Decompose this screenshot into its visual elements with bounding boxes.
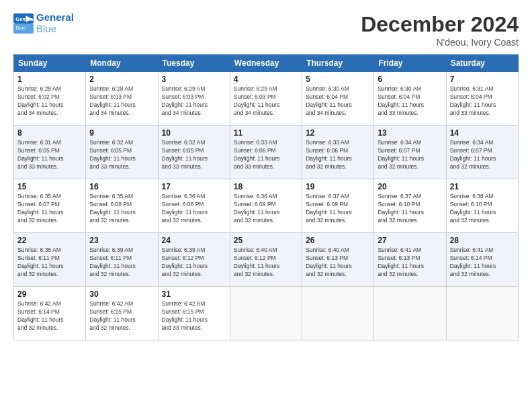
calendar-day-cell: 10Sunrise: 6:32 AMSunset: 6:05 PMDayligh…: [158, 126, 230, 179]
day-number: 21: [450, 182, 515, 191]
day-info: Sunrise: 6:42 AMSunset: 6:15 PMDaylight:…: [162, 300, 226, 332]
calendar-day-cell: [302, 287, 374, 340]
day-number: 9: [89, 128, 154, 138]
calendar-day-cell: 30Sunrise: 6:42 AMSunset: 6:15 PMDayligh…: [86, 287, 158, 340]
day-info: Sunrise: 6:42 AMSunset: 6:15 PMDaylight:…: [89, 300, 154, 332]
weekday-header-sunday: Sunday: [14, 55, 86, 72]
day-number: 14: [450, 128, 515, 138]
day-info: Sunrise: 6:30 AMSunset: 6:04 PMDaylight:…: [378, 85, 442, 118]
day-info: Sunrise: 6:36 AMSunset: 6:08 PMDaylight:…: [162, 193, 226, 225]
logo-icon: General Blue: [13, 13, 34, 34]
calendar-day-cell: 1Sunrise: 6:28 AMSunset: 6:02 PMDaylight…: [14, 72, 86, 126]
day-info: Sunrise: 6:37 AMSunset: 6:10 PMDaylight:…: [378, 193, 442, 225]
calendar-day-cell: 4Sunrise: 6:29 AMSunset: 6:03 PMDaylight…: [230, 72, 302, 126]
weekday-header-monday: Monday: [86, 55, 158, 72]
day-number: 26: [306, 236, 370, 245]
day-number: 17: [162, 182, 226, 191]
calendar-day-cell: 18Sunrise: 6:36 AMSunset: 6:09 PMDayligh…: [230, 179, 302, 233]
day-number: 31: [162, 289, 226, 299]
logo-general: General: [36, 12, 74, 24]
day-info: Sunrise: 6:35 AMSunset: 6:07 PMDaylight:…: [17, 193, 82, 225]
month-title: December 2024: [361, 12, 519, 37]
day-info: Sunrise: 6:34 AMSunset: 6:07 PMDaylight:…: [378, 139, 442, 171]
calendar-day-cell: 26Sunrise: 6:40 AMSunset: 6:13 PMDayligh…: [302, 233, 374, 287]
day-number: 11: [234, 128, 298, 138]
calendar-day-cell: 31Sunrise: 6:42 AMSunset: 6:15 PMDayligh…: [158, 287, 230, 340]
calendar-day-cell: 6Sunrise: 6:30 AMSunset: 6:04 PMDaylight…: [374, 72, 446, 126]
calendar-day-cell: [230, 287, 302, 340]
day-info: Sunrise: 6:30 AMSunset: 6:04 PMDaylight:…: [306, 85, 370, 118]
day-info: Sunrise: 6:37 AMSunset: 6:09 PMDaylight:…: [306, 193, 370, 225]
day-number: 3: [162, 75, 226, 84]
day-info: Sunrise: 6:31 AMSunset: 6:04 PMDaylight:…: [450, 85, 515, 118]
day-info: Sunrise: 6:35 AMSunset: 6:08 PMDaylight:…: [89, 193, 154, 225]
day-info: Sunrise: 6:31 AMSunset: 6:05 PMDaylight:…: [17, 139, 82, 171]
location-subtitle: N'deou, Ivory Coast: [361, 37, 519, 48]
page-header: General Blue General Blue December 2024 …: [13, 12, 519, 48]
calendar-week-1: 1Sunrise: 6:28 AMSunset: 6:02 PMDaylight…: [14, 72, 519, 126]
calendar-day-cell: [374, 287, 446, 340]
calendar-day-cell: 12Sunrise: 6:33 AMSunset: 6:06 PMDayligh…: [302, 126, 374, 179]
calendar-week-3: 15Sunrise: 6:35 AMSunset: 6:07 PMDayligh…: [14, 179, 519, 233]
day-number: 20: [378, 182, 442, 191]
day-number: 2: [89, 75, 154, 84]
day-info: Sunrise: 6:42 AMSunset: 6:14 PMDaylight:…: [17, 300, 82, 332]
calendar-header-row: SundayMondayTuesdayWednesdayThursdayFrid…: [14, 55, 519, 72]
calendar-day-cell: 17Sunrise: 6:36 AMSunset: 6:08 PMDayligh…: [158, 179, 230, 233]
day-number: 22: [17, 236, 82, 245]
day-number: 4: [234, 75, 298, 84]
day-number: 8: [17, 128, 82, 138]
weekday-header-friday: Friday: [374, 55, 446, 72]
calendar-week-4: 22Sunrise: 6:38 AMSunset: 6:11 PMDayligh…: [14, 233, 519, 287]
day-info: Sunrise: 6:29 AMSunset: 6:03 PMDaylight:…: [162, 85, 226, 118]
calendar-day-cell: 22Sunrise: 6:38 AMSunset: 6:11 PMDayligh…: [14, 233, 86, 287]
day-info: Sunrise: 6:33 AMSunset: 6:06 PMDaylight:…: [234, 139, 298, 171]
calendar-day-cell: 2Sunrise: 6:28 AMSunset: 6:03 PMDaylight…: [86, 72, 158, 126]
day-number: 16: [89, 182, 154, 191]
day-info: Sunrise: 6:39 AMSunset: 6:12 PMDaylight:…: [162, 246, 226, 279]
day-number: 6: [378, 75, 442, 84]
day-number: 1: [17, 75, 82, 84]
calendar-day-cell: 7Sunrise: 6:31 AMSunset: 6:04 PMDaylight…: [446, 72, 518, 126]
day-info: Sunrise: 6:41 AMSunset: 6:14 PMDaylight:…: [450, 246, 515, 279]
day-number: 25: [234, 236, 298, 245]
title-block: December 2024 N'deou, Ivory Coast: [361, 12, 519, 48]
calendar-day-cell: 29Sunrise: 6:42 AMSunset: 6:14 PMDayligh…: [14, 287, 86, 340]
day-info: Sunrise: 6:29 AMSunset: 6:03 PMDaylight:…: [234, 85, 298, 118]
day-number: 15: [17, 182, 82, 191]
day-info: Sunrise: 6:33 AMSunset: 6:06 PMDaylight:…: [306, 139, 370, 171]
calendar-day-cell: 14Sunrise: 6:34 AMSunset: 6:07 PMDayligh…: [446, 126, 518, 179]
day-info: Sunrise: 6:32 AMSunset: 6:05 PMDaylight:…: [89, 139, 154, 171]
day-info: Sunrise: 6:36 AMSunset: 6:09 PMDaylight:…: [234, 193, 298, 225]
weekday-header-wednesday: Wednesday: [230, 55, 302, 72]
day-info: Sunrise: 6:28 AMSunset: 6:03 PMDaylight:…: [89, 85, 154, 118]
day-info: Sunrise: 6:38 AMSunset: 6:11 PMDaylight:…: [17, 246, 82, 279]
day-number: 30: [89, 289, 154, 299]
day-info: Sunrise: 6:38 AMSunset: 6:10 PMDaylight:…: [450, 193, 515, 225]
day-number: 19: [306, 182, 370, 191]
day-number: 13: [378, 128, 442, 138]
calendar-day-cell: 13Sunrise: 6:34 AMSunset: 6:07 PMDayligh…: [374, 126, 446, 179]
calendar-day-cell: 9Sunrise: 6:32 AMSunset: 6:05 PMDaylight…: [86, 126, 158, 179]
day-info: Sunrise: 6:34 AMSunset: 6:07 PMDaylight:…: [450, 139, 515, 171]
day-info: Sunrise: 6:41 AMSunset: 6:13 PMDaylight:…: [378, 246, 442, 279]
day-number: 29: [17, 289, 82, 299]
calendar-day-cell: 20Sunrise: 6:37 AMSunset: 6:10 PMDayligh…: [374, 179, 446, 233]
calendar-day-cell: 21Sunrise: 6:38 AMSunset: 6:10 PMDayligh…: [446, 179, 518, 233]
calendar-day-cell: 27Sunrise: 6:41 AMSunset: 6:13 PMDayligh…: [374, 233, 446, 287]
calendar-day-cell: [446, 287, 518, 340]
day-info: Sunrise: 6:40 AMSunset: 6:12 PMDaylight:…: [234, 246, 298, 279]
day-info: Sunrise: 6:40 AMSunset: 6:13 PMDaylight:…: [306, 246, 370, 279]
svg-text:General: General: [15, 15, 34, 21]
day-info: Sunrise: 6:32 AMSunset: 6:05 PMDaylight:…: [162, 139, 226, 171]
day-number: 27: [378, 236, 442, 245]
calendar-day-cell: 28Sunrise: 6:41 AMSunset: 6:14 PMDayligh…: [446, 233, 518, 287]
day-number: 5: [306, 75, 370, 84]
day-info: Sunrise: 6:28 AMSunset: 6:02 PMDaylight:…: [17, 85, 82, 118]
day-number: 12: [306, 128, 370, 138]
calendar-day-cell: 19Sunrise: 6:37 AMSunset: 6:09 PMDayligh…: [302, 179, 374, 233]
calendar-day-cell: 3Sunrise: 6:29 AMSunset: 6:03 PMDaylight…: [158, 72, 230, 126]
calendar-table: SundayMondayTuesdayWednesdayThursdayFrid…: [13, 54, 519, 340]
calendar-day-cell: 24Sunrise: 6:39 AMSunset: 6:12 PMDayligh…: [158, 233, 230, 287]
calendar-day-cell: 8Sunrise: 6:31 AMSunset: 6:05 PMDaylight…: [14, 126, 86, 179]
